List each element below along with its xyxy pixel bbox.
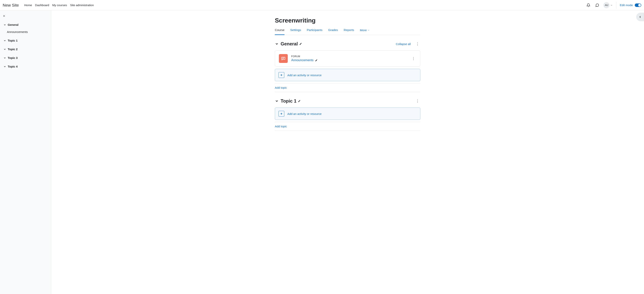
main: Screenwriting Course Settings Participan… [51, 10, 644, 294]
sidebar-item-label: Topic 4 [8, 65, 18, 68]
section-title: General [280, 41, 302, 46]
plus-icon: + [278, 72, 284, 78]
notifications-icon[interactable] [586, 2, 591, 8]
sidebar-section-topic3: Topic 3 [3, 54, 48, 62]
chevron-down-icon [4, 24, 6, 26]
section-head-left: Topic 1 [275, 98, 301, 104]
sidebar-item-general[interactable]: General [3, 21, 48, 28]
chevron-down-icon [368, 29, 370, 31]
chevron-down-icon[interactable] [275, 99, 279, 103]
sidebar-section-topic1: Topic 1 [3, 37, 48, 44]
tab-settings[interactable]: Settings [290, 28, 301, 35]
section-head-right: ⋮ [414, 100, 420, 102]
tab-grades[interactable]: Grades [328, 28, 338, 35]
collapse-all-link[interactable]: Collapse all [396, 42, 411, 46]
activity-menu-icon[interactable]: ⋮ [410, 58, 416, 59]
site-brand[interactable]: New Site [3, 3, 19, 8]
section-head-left: General [275, 41, 302, 46]
svg-rect-0 [282, 57, 285, 60]
sidebar-item-label: Topic 3 [8, 56, 18, 60]
add-activity-label: Add an activity or resource [287, 112, 322, 116]
section-menu-icon[interactable]: ⋮ [414, 43, 420, 45]
sidebar-item-label: Topic 1 [8, 39, 18, 42]
primary-nav: Home Dashboard My courses Site administr… [24, 4, 94, 7]
edit-mode-label: Edit mode [620, 4, 633, 7]
tab-more[interactable]: More [360, 28, 370, 35]
add-topic-link[interactable]: Add topic [275, 122, 420, 131]
add-activity-button[interactable]: + Add an activity or resource [275, 108, 420, 120]
activity-name: Announcements [291, 58, 407, 62]
plus-icon: + [278, 111, 284, 116]
open-block-drawer-button[interactable] [636, 13, 644, 21]
avatar: AU [604, 2, 610, 8]
nav-dashboard[interactable]: Dashboard [35, 4, 49, 7]
user-menu[interactable]: AU [604, 2, 613, 8]
close-sidebar-icon[interactable] [3, 14, 48, 17]
section-title-text: General [280, 41, 298, 46]
sidebar-subitem-announcements[interactable]: Announcements [3, 28, 48, 36]
messages-icon[interactable] [594, 2, 600, 8]
sidebar-item-label: General [8, 23, 18, 26]
section-general: General Collapse all ⋮ [275, 41, 420, 92]
activity-meta: FORUM Announcements [291, 55, 407, 62]
activity-link[interactable]: Announcements [291, 58, 314, 62]
nav-home[interactable]: Home [24, 4, 32, 7]
chevron-down-icon [4, 56, 6, 59]
chevron-down-icon [610, 4, 613, 6]
topbar-right: AU Edit mode [586, 2, 641, 9]
content: Screenwriting Course Settings Participan… [275, 17, 420, 282]
sidebar-item-topic2[interactable]: Topic 2 [3, 46, 48, 53]
section-head: General Collapse all ⋮ [275, 41, 420, 46]
tab-more-label: More [360, 28, 367, 32]
add-activity-button[interactable]: + Add an activity or resource [275, 69, 420, 81]
section-title: Topic 1 [280, 98, 301, 104]
tab-course[interactable]: Course [275, 28, 284, 35]
sidebar-section-general: General Announcements [3, 21, 48, 36]
chevron-down-icon [4, 39, 6, 42]
topbar: New Site Home Dashboard My courses Site … [0, 0, 644, 10]
section-menu-icon[interactable]: ⋮ [414, 100, 420, 102]
sidebar-item-topic3[interactable]: Topic 3 [3, 54, 48, 62]
course-index-sidebar: General Announcements Topic 1 Topic 2 [0, 10, 51, 294]
nav-site-admin[interactable]: Site administration [70, 4, 94, 7]
section-head: Topic 1 ⋮ [275, 98, 420, 104]
chevron-down-icon[interactable] [275, 42, 279, 46]
section-topic1: Topic 1 ⋮ + Add an activity or resource [275, 98, 420, 131]
section-title-text: Topic 1 [280, 98, 296, 104]
chevron-down-icon [4, 48, 6, 50]
add-topic-link[interactable]: Add topic [275, 83, 420, 92]
sidebar-item-topic1[interactable]: Topic 1 [3, 37, 48, 44]
activity-type: FORUM [291, 55, 407, 58]
course-tabs: Course Settings Participants Grades Repo… [275, 28, 420, 35]
sidebar-item-label: Topic 2 [8, 48, 18, 51]
nav-my-courses[interactable]: My courses [52, 4, 67, 7]
layout: General Announcements Topic 1 Topic 2 [0, 10, 644, 294]
chevron-down-icon [4, 65, 6, 68]
section-head-right: Collapse all ⋮ [396, 42, 420, 46]
forum-icon [279, 54, 288, 63]
edit-title-icon[interactable] [299, 42, 302, 45]
activity-card-announcements: FORUM Announcements ⋮ [275, 50, 420, 66]
sidebar-section-topic2: Topic 2 [3, 46, 48, 53]
sidebar-section-topic4: Topic 4 [3, 63, 48, 70]
edit-activity-icon[interactable] [315, 59, 318, 62]
divider [616, 2, 616, 9]
tab-reports[interactable]: Reports [344, 28, 354, 35]
course-title: Screenwriting [275, 17, 420, 24]
tab-participants[interactable]: Participants [307, 28, 322, 35]
edit-mode-toggle[interactable] [635, 4, 641, 7]
add-activity-label: Add an activity or resource [287, 74, 322, 77]
sidebar-item-topic4[interactable]: Topic 4 [3, 63, 48, 70]
edit-title-icon[interactable] [298, 100, 301, 102]
edit-mode: Edit mode [620, 4, 641, 7]
